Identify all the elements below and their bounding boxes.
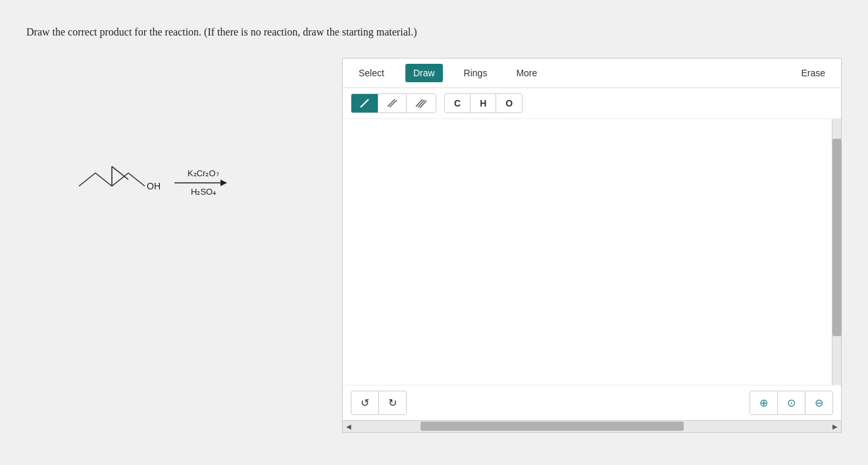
scrollbar-right[interactable] — [832, 119, 841, 385]
reaction-area: OH K₂Cr₂O₇ H₂SO₄ — [26, 58, 329, 242]
zoom-group: ⊕ ⊙ ⊖ — [750, 391, 833, 415]
zoom-out-button[interactable]: ⊖ — [805, 391, 832, 414]
scroll-right-arrow[interactable]: ▶ — [829, 421, 841, 433]
marvin-editor: Select Draw Rings More Erase — [342, 58, 842, 433]
carbon-button[interactable]: C — [445, 94, 471, 112]
bottom-scrollbar: ◀ ▶ — [343, 420, 841, 432]
question-text: Draw the correct product for the reactio… — [26, 26, 842, 38]
scroll-track-h[interactable] — [355, 421, 829, 432]
erase-button[interactable]: Erase — [793, 64, 833, 82]
oxygen-button[interactable]: O — [496, 94, 522, 112]
bottom-toolbar: ↺ ↻ ⊕ ⊙ ⊖ — [343, 385, 841, 420]
svg-line-1 — [79, 173, 95, 186]
undo-redo-group: ↺ ↻ — [351, 391, 407, 415]
zoom-in-button[interactable]: ⊕ — [750, 391, 778, 414]
oh-label: OH — [147, 181, 161, 191]
reagent-below: H₂SO₄ — [191, 187, 216, 197]
zoom-reset-button[interactable]: ⊙ — [778, 391, 805, 414]
toolbar-top: Select Draw Rings More Erase — [343, 59, 841, 88]
select-button[interactable]: Select — [351, 64, 392, 82]
more-button[interactable]: More — [508, 64, 545, 82]
svg-line-0 — [112, 166, 128, 180]
bond-group — [351, 93, 436, 113]
double-bond-icon — [386, 98, 398, 109]
arrow-head — [220, 180, 227, 186]
rings-button[interactable]: Rings — [456, 64, 496, 82]
single-bond-icon — [359, 98, 370, 109]
toolbar-secondary: C H O — [343, 88, 841, 119]
reagent-above: K₂Cr₂O₇ — [188, 168, 219, 178]
redo-button[interactable]: ↻ — [379, 391, 406, 414]
undo-button[interactable]: ↺ — [351, 391, 379, 414]
scroll-left-arrow[interactable]: ◀ — [343, 421, 355, 433]
scroll-thumb-h[interactable] — [421, 422, 684, 431]
atom-group: C H O — [444, 93, 523, 113]
hydrogen-button[interactable]: H — [471, 94, 496, 112]
content-area: OH K₂Cr₂O₇ H₂SO₄ Select Draw Rings More … — [26, 58, 842, 433]
svg-line-2 — [95, 173, 112, 186]
single-bond-button[interactable] — [351, 94, 378, 112]
svg-line-4 — [128, 173, 145, 186]
triple-bond-icon — [415, 98, 428, 109]
svg-line-3 — [112, 173, 128, 186]
scrollbar-thumb-v[interactable] — [832, 139, 842, 336]
canvas-area[interactable] — [343, 119, 841, 385]
page-container: Draw the correct product for the reactio… — [0, 13, 868, 465]
draw-button[interactable]: Draw — [405, 64, 443, 82]
reaction-svg: OH K₂Cr₂O₇ H₂SO₄ — [26, 110, 316, 242]
double-bond-button[interactable] — [378, 94, 407, 112]
svg-line-7 — [361, 99, 369, 107]
triple-bond-button[interactable] — [407, 94, 436, 112]
